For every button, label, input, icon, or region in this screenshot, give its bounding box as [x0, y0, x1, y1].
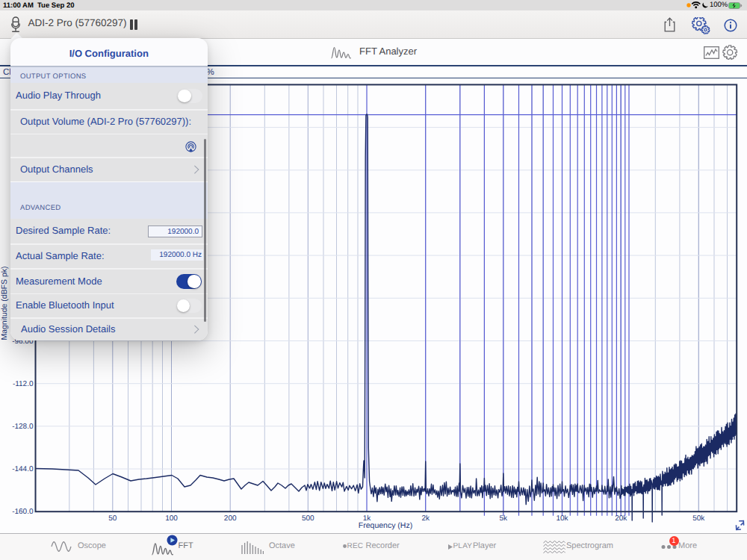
svg-text:5k: 5k [500, 514, 509, 523]
svg-text:-144.0: -144.0 [12, 465, 34, 473]
svg-text:Frequency (Hz): Frequency (Hz) [359, 521, 412, 530]
svg-text:50k: 50k [692, 514, 705, 523]
svg-text:20k: 20k [615, 514, 627, 523]
svg-text:200: 200 [224, 514, 237, 523]
svg-text:Magnitude (dBFS pk): Magnitude (dBFS pk) [0, 266, 9, 340]
svg-text:500: 500 [302, 514, 314, 523]
svg-text:10k: 10k [556, 514, 568, 523]
svg-text:-160.0: -160.0 [12, 508, 34, 516]
svg-text:2k: 2k [421, 514, 430, 523]
svg-text:-112.0: -112.0 [13, 380, 34, 388]
svg-text:50: 50 [108, 514, 117, 523]
svg-text:100: 100 [165, 514, 178, 523]
svg-text:-128.0: -128.0 [12, 423, 34, 431]
